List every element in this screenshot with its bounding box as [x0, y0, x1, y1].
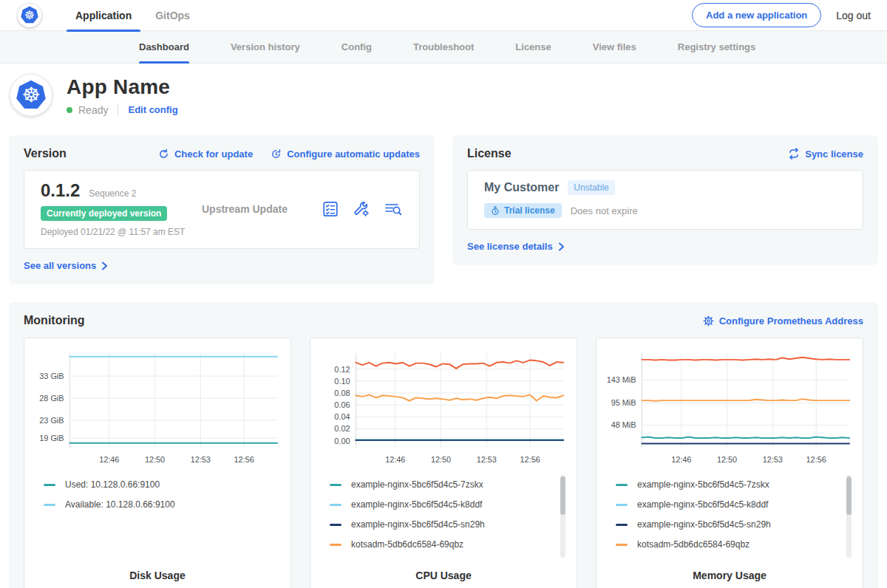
legend-label: kotsadm-5db6dc6584-69qbz: [351, 539, 463, 550]
cpu-usage-plot: 12:4612:5012:5312:560.120.100.080.060.04…: [318, 346, 569, 471]
chart-title: Memory Usage: [604, 570, 855, 581]
logout-button[interactable]: Log out: [836, 10, 871, 21]
license-details-row: My Customer Unstable Trial license Does …: [467, 170, 863, 230]
chevron-right-icon: [101, 261, 108, 270]
deployed-timestamp: Deployed 01/21/22 @ 11:57 am EST: [41, 227, 202, 237]
tab-license[interactable]: License: [515, 31, 551, 63]
legend-label: Available: 10.128.0.66:9100: [65, 499, 175, 510]
legend-item: kotsadm-5db6dc6584-69qbz: [616, 539, 837, 550]
legend-swatch: [330, 524, 341, 526]
license-heading: License: [467, 147, 512, 160]
refresh-icon: [158, 148, 169, 160]
legend-swatch: [330, 504, 341, 506]
svg-text:19 GiB: 19 GiB: [39, 434, 64, 442]
preflight-checks-icon[interactable]: [322, 200, 339, 218]
divider: [118, 104, 118, 115]
svg-text:0.04: 0.04: [334, 412, 350, 421]
svg-text:0.08: 0.08: [334, 389, 350, 397]
see-license-details-label: See license details: [467, 241, 553, 252]
deploy-logs-icon[interactable]: [384, 200, 403, 218]
configure-automatic-updates-link[interactable]: Configure automatic updates: [271, 148, 420, 160]
legend-label: example-nginx-5bc6f5d4c5-k8ddf: [637, 499, 768, 510]
edit-config-link[interactable]: Edit config: [128, 104, 177, 115]
tab-troubleshoot-label: Troubleshoot: [413, 41, 474, 52]
k8s-wheel-icon: ☸: [21, 85, 40, 106]
legend-swatch: [616, 544, 628, 546]
tab-version-history[interactable]: Version history: [231, 31, 300, 63]
legend-scrollbar[interactable]: [560, 475, 565, 558]
top-nav: ☸ Application GitOps Add a new applicati…: [0, 0, 887, 31]
page-title: App Name: [67, 75, 178, 99]
configure-prometheus-link[interactable]: Configure Prometheus Address: [703, 315, 863, 327]
cpu-usage-legend: example-nginx-5bc6f5d4c5-7zskxexample-ng…: [318, 471, 569, 564]
legend-item: example-nginx-5bc6f5d4c5-sn29h: [330, 519, 551, 530]
tab-registry-settings[interactable]: Registry settings: [678, 31, 755, 63]
legend-item: Used: 10.128.0.66:9100: [44, 479, 265, 490]
svg-text:33 GiB: 33 GiB: [39, 372, 64, 380]
svg-text:0.12: 0.12: [334, 365, 350, 374]
svg-text:95 MiB: 95 MiB: [611, 398, 636, 407]
svg-text:12:46: 12:46: [385, 455, 405, 464]
sync-arrows-icon: [788, 148, 800, 160]
legend-label: example-nginx-5bc6f5d4c5-7zskx: [351, 479, 483, 490]
tab-license-label: License: [515, 41, 551, 52]
legend-swatch: [44, 504, 55, 506]
svg-text:12:53: 12:53: [477, 455, 497, 464]
legend-swatch: [616, 504, 628, 506]
monitoring-heading: Monitoring: [24, 314, 85, 327]
sync-license-link[interactable]: Sync license: [788, 148, 863, 160]
legend-item: example-nginx-5bc6f5d4c5-7zskx: [330, 479, 551, 490]
legend-item: example-nginx-5bc6f5d4c5-sn29h: [616, 519, 837, 530]
clock-refresh-icon: [271, 148, 282, 160]
tab-view-files[interactable]: View files: [593, 31, 636, 63]
see-license-details-link[interactable]: See license details: [467, 241, 565, 252]
chevron-right-icon: [558, 242, 565, 251]
gear-icon: [703, 315, 714, 327]
svg-text:48 MiB: 48 MiB: [611, 420, 636, 429]
legend-swatch: [330, 544, 341, 546]
current-version-row: 0.1.2 Sequence 2 Currently deployed vers…: [24, 170, 420, 249]
version-number: 0.1.2: [41, 180, 80, 200]
legend-scrollbar[interactable]: [846, 475, 852, 558]
svg-text:12:56: 12:56: [806, 455, 826, 464]
version-heading: Version: [24, 147, 67, 160]
svg-text:143 MiB: 143 MiB: [607, 375, 636, 384]
tab-gitops[interactable]: GitOps: [143, 0, 202, 31]
svg-text:12:46: 12:46: [671, 455, 691, 464]
svg-text:0.06: 0.06: [334, 400, 350, 409]
tab-dashboard-label: Dashboard: [139, 41, 189, 52]
tab-gitops-label: GitOps: [155, 10, 190, 21]
tab-application[interactable]: Application: [64, 0, 143, 31]
tab-troubleshoot[interactable]: Troubleshoot: [413, 31, 474, 63]
tab-application-label: Application: [75, 10, 132, 21]
license-type-badge: Trial license: [484, 203, 562, 218]
legend-label: example-nginx-5bc6f5d4c5-sn29h: [351, 519, 485, 530]
tab-version-history-label: Version history: [231, 41, 300, 52]
license-type-label: Trial license: [504, 205, 555, 216]
config-wrench-icon[interactable]: [353, 200, 370, 218]
disk-usage-chart-card: 12:4612:5012:5312:5633 GiB28 GiB23 GiB19…: [24, 338, 291, 588]
check-for-update-label: Check for update: [174, 148, 253, 160]
svg-text:12:53: 12:53: [191, 455, 211, 464]
k8s-heptagon: ☸: [15, 79, 47, 112]
legend-label: example-nginx-5bc6f5d4c5-k8ddf: [351, 499, 482, 510]
customer-name: My Customer: [484, 181, 559, 194]
kubernetes-logo: ☸: [18, 4, 41, 27]
tab-config-label: Config: [341, 41, 372, 52]
svg-text:12:46: 12:46: [99, 455, 119, 464]
svg-text:12:56: 12:56: [520, 455, 540, 464]
add-application-button[interactable]: Add a new application: [692, 3, 821, 27]
tab-dashboard[interactable]: Dashboard: [139, 31, 189, 63]
top-nav-tabs: Application GitOps: [64, 0, 202, 31]
cpu-usage-chart-card: 12:4612:5012:5312:560.120.100.080.060.04…: [310, 338, 577, 588]
tab-config[interactable]: Config: [341, 31, 372, 63]
svg-text:0.00: 0.00: [334, 437, 350, 445]
check-for-update-link[interactable]: Check for update: [158, 148, 253, 160]
legend-scrollbar-thumb[interactable]: [846, 476, 852, 515]
legend-item: Available: 10.128.0.66:9100: [44, 499, 265, 510]
memory-usage-plot: 12:4612:5012:5312:56143 MiB95 MiB48 MiB: [604, 346, 855, 471]
see-all-versions-link[interactable]: See all versions: [24, 260, 108, 271]
legend-scrollbar-thumb[interactable]: [560, 476, 565, 515]
legend-label: Used: 10.128.0.66:9100: [65, 479, 160, 490]
svg-text:12:56: 12:56: [234, 455, 254, 464]
